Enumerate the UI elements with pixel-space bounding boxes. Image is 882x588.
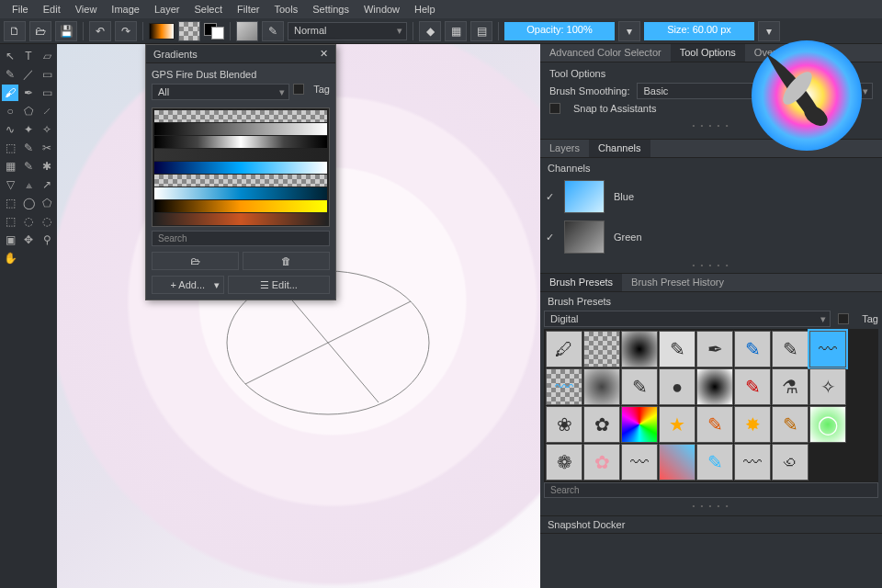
gradient-add-button[interactable]: + Add...▾ <box>152 276 224 294</box>
edit-shape-tool[interactable]: ⬚ <box>2 140 18 156</box>
brush-preset[interactable]: ✿ <box>583 444 620 481</box>
ellipse-tool[interactable]: ○ <box>2 103 18 119</box>
brush-preset[interactable]: ✎ <box>696 444 733 481</box>
brush-preset[interactable]: ● <box>659 368 695 405</box>
brush-preset[interactable] <box>696 368 733 405</box>
multibrush-tool[interactable]: ✧ <box>39 121 55 138</box>
gradient-tag-checkbox[interactable] <box>293 84 304 95</box>
eraser-toggle[interactable]: ◆ <box>419 21 441 41</box>
brush-tool[interactable]: 🖌 <box>2 85 18 101</box>
new-file-button[interactable]: 🗋 <box>4 21 26 41</box>
brush-preset[interactable]: ✎ <box>734 331 771 368</box>
channel-visible-icon[interactable]: ✓ <box>544 232 555 243</box>
gradient-delete-button[interactable]: 🗑 <box>243 252 330 270</box>
size-slider[interactable]: Size: 60.00 px <box>644 22 754 40</box>
brush-tag-checkbox[interactable] <box>838 313 849 324</box>
menu-settings[interactable]: Settings <box>306 2 356 17</box>
undo-button[interactable]: ↶ <box>89 21 111 41</box>
gradient-item[interactable] <box>154 149 327 161</box>
gradient-item[interactable] <box>154 110 327 122</box>
brush-preset[interactable]: ✸ <box>734 406 771 443</box>
brush-preset[interactable] <box>583 368 620 405</box>
channel-row[interactable]: ✓ Green <box>540 217 882 257</box>
gradient-item[interactable] <box>154 175 327 187</box>
gradient-item[interactable] <box>154 123 327 135</box>
gradient-item[interactable] <box>154 213 327 225</box>
brush-preset[interactable]: ✎ <box>696 406 733 443</box>
brush-preset[interactable]: ✒ <box>696 331 733 368</box>
mirror-toggle[interactable]: ▤ <box>470 21 492 41</box>
gradient-item[interactable] <box>154 136 327 148</box>
brush-preset[interactable]: 〰 <box>734 444 771 481</box>
gradient-edit-button[interactable]: ☰ Edit... <box>228 276 330 294</box>
alpha-lock-toggle[interactable]: ▦ <box>445 21 467 41</box>
pan-tool[interactable]: ✋ <box>2 250 18 266</box>
gradient-item[interactable] <box>154 200 327 212</box>
select-free-tool[interactable]: ⬚ <box>2 213 18 230</box>
brush-preset-button[interactable] <box>236 21 258 41</box>
pencil-tool[interactable]: ▭ <box>39 85 55 101</box>
brush-preset[interactable]: ꩜ <box>772 444 808 481</box>
blend-mode-select[interactable]: Normal <box>288 22 407 40</box>
crop-tool2[interactable]: ✂ <box>39 140 55 156</box>
bezier-tool[interactable]: ∿ <box>2 121 18 138</box>
crop-tool[interactable]: ▱ <box>39 48 55 64</box>
brush-preset[interactable] <box>659 444 695 481</box>
menu-window[interactable]: Window <box>357 2 406 17</box>
panel-drag-handle[interactable]: • • • • • <box>544 498 878 514</box>
move-tool[interactable]: ↖ <box>2 48 18 64</box>
brush-preset[interactable]: ❀ <box>546 406 582 443</box>
tab-channels[interactable]: Channels <box>589 140 650 157</box>
brush-editor-button[interactable]: ✎ <box>262 21 284 41</box>
menu-view[interactable]: View <box>69 2 104 17</box>
menu-tools[interactable]: Tools <box>268 2 305 17</box>
redo-button[interactable]: ↷ <box>115 21 137 41</box>
brush-preset-selected[interactable]: 〰 <box>809 331 846 368</box>
brush-preset[interactable]: ◯ <box>809 406 846 443</box>
tab-layers[interactable]: Layers <box>540 140 589 157</box>
brush-preset[interactable]: 〰 <box>546 368 582 405</box>
menu-help[interactable]: Help <box>408 2 442 17</box>
panel-drag-handle[interactable]: • • • • • <box>540 257 882 273</box>
dyna-tool[interactable]: ✦ <box>20 121 37 138</box>
select-rect-tool[interactable]: ⬚ <box>2 195 18 211</box>
brush-preset[interactable]: ⚗ <box>772 368 808 405</box>
snap-checkbox[interactable] <box>549 103 560 114</box>
calligraphy-tool[interactable]: ✒ <box>20 85 37 101</box>
pattern-tool[interactable]: ✎ <box>20 158 37 175</box>
menu-filter[interactable]: Filter <box>231 2 266 17</box>
gradient-item[interactable] <box>154 162 327 174</box>
brush-preset[interactable] <box>621 406 658 443</box>
rect-tool[interactable]: ▭ <box>39 66 55 83</box>
brush-preset[interactable]: 〰 <box>621 444 658 481</box>
brush-preset[interactable] <box>621 331 658 368</box>
brush-category-select[interactable]: Digital <box>544 311 831 327</box>
freehand-tool[interactable]: ✎ <box>2 66 18 83</box>
gradients-close-icon[interactable]: ✕ <box>320 48 328 60</box>
brush-preset[interactable]: ✎ <box>659 331 695 368</box>
fg-bg-swatch[interactable] <box>204 23 224 40</box>
tab-tool-options[interactable]: Tool Options <box>671 44 745 62</box>
brush-preset[interactable]: ★ <box>659 406 695 443</box>
tab-adv-color[interactable]: Advanced Color Selector <box>540 44 671 62</box>
select-ellipse-tool[interactable]: ◯ <box>20 195 37 211</box>
gradient-item[interactable] <box>154 226 327 227</box>
brush-preset[interactable]: ✎ <box>772 331 808 368</box>
open-file-button[interactable]: 🗁 <box>29 21 51 41</box>
polyline-tool[interactable]: ⟋ <box>39 103 55 119</box>
gradient-tool[interactable]: ▦ <box>2 158 18 175</box>
gradient-item[interactable] <box>154 187 327 199</box>
deform-tool[interactable]: ✱ <box>39 158 55 175</box>
text-tool[interactable]: ✎ <box>20 140 37 156</box>
gradient-import-button[interactable]: 🗁 <box>152 252 239 270</box>
smartfill-tool[interactable]: ▽ <box>2 176 18 193</box>
line-tool[interactable]: ／ <box>20 66 37 83</box>
brush-preset[interactable]: ✎ <box>621 368 658 405</box>
select-similar-tool[interactable]: ◌ <box>39 213 55 230</box>
menu-edit[interactable]: Edit <box>37 2 67 17</box>
brush-preset[interactable]: ✧ <box>809 368 846 405</box>
pattern-swatch[interactable] <box>178 21 200 41</box>
select-poly-tool[interactable]: ⬠ <box>39 195 55 211</box>
fill-tool[interactable]: ▣ <box>2 232 18 248</box>
brush-preset[interactable]: 🖊 <box>546 331 582 368</box>
